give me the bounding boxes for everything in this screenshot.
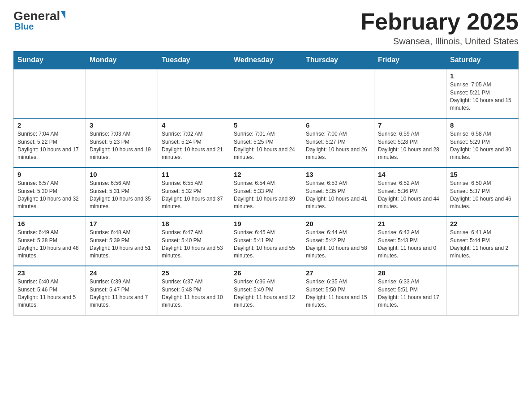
calendar-cell: 4Sunrise: 7:02 AM Sunset: 5:24 PM Daylig… bbox=[158, 118, 230, 167]
day-number: 15 bbox=[450, 171, 515, 178]
calendar-cell: 2Sunrise: 7:04 AM Sunset: 5:22 PM Daylig… bbox=[14, 118, 86, 167]
header-day-saturday: Saturday bbox=[446, 51, 519, 69]
calendar-header: SundayMondayTuesdayWednesdayThursdayFrid… bbox=[14, 51, 519, 69]
day-number: 17 bbox=[90, 220, 154, 227]
location: Swansea, Illinois, United States bbox=[360, 36, 519, 47]
header-row: SundayMondayTuesdayWednesdayThursdayFrid… bbox=[14, 51, 519, 69]
calendar-cell: 28Sunrise: 6:33 AM Sunset: 5:51 PM Dayli… bbox=[374, 266, 446, 315]
day-number: 2 bbox=[17, 121, 82, 129]
header-day-monday: Monday bbox=[86, 51, 158, 69]
day-info: Sunrise: 6:43 AM Sunset: 5:43 PM Dayligh… bbox=[378, 229, 442, 260]
calendar-cell: 27Sunrise: 6:35 AM Sunset: 5:50 PM Dayli… bbox=[302, 266, 374, 315]
day-number: 7 bbox=[378, 121, 442, 129]
day-number: 13 bbox=[306, 171, 370, 178]
day-info: Sunrise: 7:05 AM Sunset: 5:21 PM Dayligh… bbox=[450, 81, 515, 112]
logo: General Blue bbox=[13, 9, 65, 32]
calendar-cell bbox=[86, 69, 158, 118]
day-number: 1 bbox=[450, 72, 515, 80]
logo-blue-text: Blue bbox=[13, 21, 34, 32]
day-info: Sunrise: 6:59 AM Sunset: 5:28 PM Dayligh… bbox=[378, 130, 442, 162]
calendar-cell: 20Sunrise: 6:44 AM Sunset: 5:42 PM Dayli… bbox=[302, 217, 374, 266]
calendar-cell: 14Sunrise: 6:52 AM Sunset: 5:36 PM Dayli… bbox=[374, 167, 446, 217]
calendar-cell: 26Sunrise: 6:36 AM Sunset: 5:49 PM Dayli… bbox=[230, 266, 302, 315]
day-info: Sunrise: 6:55 AM Sunset: 5:32 PM Dayligh… bbox=[162, 180, 226, 211]
header-day-tuesday: Tuesday bbox=[158, 51, 230, 69]
calendar-cell: 22Sunrise: 6:41 AM Sunset: 5:44 PM Dayli… bbox=[446, 217, 519, 266]
day-info: Sunrise: 6:47 AM Sunset: 5:40 PM Dayligh… bbox=[162, 229, 226, 260]
calendar-cell: 18Sunrise: 6:47 AM Sunset: 5:40 PM Dayli… bbox=[158, 217, 230, 266]
day-info: Sunrise: 6:53 AM Sunset: 5:35 PM Dayligh… bbox=[306, 180, 370, 211]
day-number: 6 bbox=[306, 121, 370, 129]
day-info: Sunrise: 6:39 AM Sunset: 5:47 PM Dayligh… bbox=[90, 278, 154, 309]
day-info: Sunrise: 7:01 AM Sunset: 5:25 PM Dayligh… bbox=[234, 130, 298, 162]
day-number: 21 bbox=[378, 220, 442, 227]
day-number: 11 bbox=[162, 171, 226, 178]
day-info: Sunrise: 6:54 AM Sunset: 5:33 PM Dayligh… bbox=[234, 180, 298, 211]
calendar-cell: 1Sunrise: 7:05 AM Sunset: 5:21 PM Daylig… bbox=[446, 69, 519, 118]
day-number: 8 bbox=[450, 121, 515, 129]
calendar-cell: 5Sunrise: 7:01 AM Sunset: 5:25 PM Daylig… bbox=[230, 118, 302, 167]
calendar-cell: 24Sunrise: 6:39 AM Sunset: 5:47 PM Dayli… bbox=[86, 266, 158, 315]
calendar-cell bbox=[14, 69, 86, 118]
day-info: Sunrise: 6:52 AM Sunset: 5:36 PM Dayligh… bbox=[378, 180, 442, 211]
day-number: 16 bbox=[17, 220, 82, 227]
month-title: February 2025 bbox=[360, 9, 519, 34]
day-info: Sunrise: 6:58 AM Sunset: 5:29 PM Dayligh… bbox=[450, 130, 515, 162]
calendar-cell bbox=[302, 69, 374, 118]
header-day-wednesday: Wednesday bbox=[230, 51, 302, 69]
day-number: 18 bbox=[162, 220, 226, 227]
day-info: Sunrise: 6:36 AM Sunset: 5:49 PM Dayligh… bbox=[234, 278, 298, 309]
calendar-cell: 3Sunrise: 7:03 AM Sunset: 5:23 PM Daylig… bbox=[86, 118, 158, 167]
header-day-friday: Friday bbox=[374, 51, 446, 69]
calendar-cell: 13Sunrise: 6:53 AM Sunset: 5:35 PM Dayli… bbox=[302, 167, 374, 217]
calendar-cell: 12Sunrise: 6:54 AM Sunset: 5:33 PM Dayli… bbox=[230, 167, 302, 217]
day-info: Sunrise: 6:41 AM Sunset: 5:44 PM Dayligh… bbox=[450, 229, 515, 260]
calendar-cell: 10Sunrise: 6:56 AM Sunset: 5:31 PM Dayli… bbox=[86, 167, 158, 217]
day-number: 28 bbox=[378, 269, 442, 277]
day-number: 26 bbox=[234, 269, 298, 277]
calendar-cell: 21Sunrise: 6:43 AM Sunset: 5:43 PM Dayli… bbox=[374, 217, 446, 266]
page-header: General Blue February 2025 Swansea, Illi… bbox=[13, 9, 519, 47]
week-row-0: 1Sunrise: 7:05 AM Sunset: 5:21 PM Daylig… bbox=[14, 69, 519, 118]
calendar-cell: 17Sunrise: 6:48 AM Sunset: 5:39 PM Dayli… bbox=[86, 217, 158, 266]
day-info: Sunrise: 7:02 AM Sunset: 5:24 PM Dayligh… bbox=[162, 130, 226, 162]
day-number: 9 bbox=[17, 171, 82, 178]
day-info: Sunrise: 6:35 AM Sunset: 5:50 PM Dayligh… bbox=[306, 278, 370, 309]
calendar-cell: 11Sunrise: 6:55 AM Sunset: 5:32 PM Dayli… bbox=[158, 167, 230, 217]
day-number: 22 bbox=[450, 220, 515, 227]
calendar-cell: 6Sunrise: 7:00 AM Sunset: 5:27 PM Daylig… bbox=[302, 118, 374, 167]
calendar-cell bbox=[230, 69, 302, 118]
logo-triangle-icon bbox=[61, 11, 65, 19]
day-info: Sunrise: 6:44 AM Sunset: 5:42 PM Dayligh… bbox=[306, 229, 370, 260]
day-number: 24 bbox=[90, 269, 154, 277]
calendar-body: 1Sunrise: 7:05 AM Sunset: 5:21 PM Daylig… bbox=[14, 69, 519, 315]
week-row-1: 2Sunrise: 7:04 AM Sunset: 5:22 PM Daylig… bbox=[14, 118, 519, 167]
day-number: 10 bbox=[90, 171, 154, 178]
day-info: Sunrise: 7:00 AM Sunset: 5:27 PM Dayligh… bbox=[306, 130, 370, 162]
calendar-cell: 9Sunrise: 6:57 AM Sunset: 5:30 PM Daylig… bbox=[14, 167, 86, 217]
calendar-cell: 15Sunrise: 6:50 AM Sunset: 5:37 PM Dayli… bbox=[446, 167, 519, 217]
day-info: Sunrise: 6:50 AM Sunset: 5:37 PM Dayligh… bbox=[450, 180, 515, 211]
day-info: Sunrise: 6:49 AM Sunset: 5:38 PM Dayligh… bbox=[17, 229, 82, 260]
day-info: Sunrise: 6:33 AM Sunset: 5:51 PM Dayligh… bbox=[378, 278, 442, 309]
calendar-table: SundayMondayTuesdayWednesdayThursdayFrid… bbox=[13, 51, 519, 316]
day-number: 3 bbox=[90, 121, 154, 129]
calendar-cell bbox=[158, 69, 230, 118]
day-number: 27 bbox=[306, 269, 370, 277]
day-number: 12 bbox=[234, 171, 298, 178]
title-block: February 2025 Swansea, Illinois, United … bbox=[360, 9, 519, 47]
calendar-cell bbox=[446, 266, 519, 315]
calendar-cell: 16Sunrise: 6:49 AM Sunset: 5:38 PM Dayli… bbox=[14, 217, 86, 266]
day-number: 5 bbox=[234, 121, 298, 129]
header-day-sunday: Sunday bbox=[14, 51, 86, 69]
day-number: 19 bbox=[234, 220, 298, 227]
day-number: 23 bbox=[17, 269, 82, 277]
day-number: 25 bbox=[162, 269, 226, 277]
calendar-cell: 7Sunrise: 6:59 AM Sunset: 5:28 PM Daylig… bbox=[374, 118, 446, 167]
day-info: Sunrise: 6:56 AM Sunset: 5:31 PM Dayligh… bbox=[90, 180, 154, 211]
day-number: 4 bbox=[162, 121, 226, 129]
week-row-4: 23Sunrise: 6:40 AM Sunset: 5:46 PM Dayli… bbox=[14, 266, 519, 315]
week-row-2: 9Sunrise: 6:57 AM Sunset: 5:30 PM Daylig… bbox=[14, 167, 519, 217]
day-info: Sunrise: 7:03 AM Sunset: 5:23 PM Dayligh… bbox=[90, 130, 154, 162]
header-day-thursday: Thursday bbox=[302, 51, 374, 69]
